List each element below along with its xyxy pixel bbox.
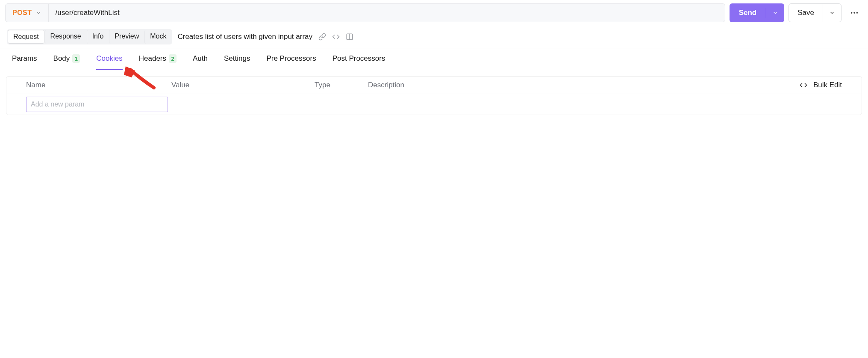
headers-count-badge: 2 <box>169 54 177 63</box>
table-row <box>6 94 862 115</box>
send-dropdown-toggle[interactable] <box>766 10 784 16</box>
tab-body[interactable]: Body 1 <box>53 54 80 70</box>
code-icon[interactable] <box>332 33 340 41</box>
tab-info[interactable]: Info <box>87 30 109 44</box>
column-value: Value <box>171 81 315 89</box>
view-mode-tabs: Request Response Info Preview Mock <box>7 29 172 44</box>
url-input[interactable] <box>49 4 725 22</box>
tab-request[interactable]: Request <box>8 30 44 44</box>
tab-post-processors[interactable]: Post Processors <box>332 54 385 70</box>
svg-point-0 <box>851 12 853 14</box>
column-description: Description <box>368 81 800 89</box>
tab-auth[interactable]: Auth <box>193 54 208 70</box>
column-type: Type <box>315 81 368 89</box>
send-button-label: Send <box>730 9 766 17</box>
request-top-bar: POST Send Save <box>0 0 868 26</box>
http-method-label: POST <box>12 9 32 17</box>
secondary-bar: Request Response Info Preview Mock Creat… <box>0 26 868 48</box>
tab-mock[interactable]: Mock <box>144 30 171 44</box>
chevron-down-icon <box>35 10 41 16</box>
body-count-badge: 1 <box>72 54 80 63</box>
code-icon[interactable] <box>800 81 807 89</box>
cookies-table: Name Value Type Description Bulk Edit <box>0 70 868 115</box>
save-button-label: Save <box>789 9 823 17</box>
svg-point-1 <box>853 12 855 14</box>
endpoint-description: Creates list of users with given input a… <box>177 33 312 41</box>
more-actions-button[interactable] <box>846 3 863 22</box>
tab-cookies[interactable]: Cookies <box>96 54 122 70</box>
column-name: Name <box>26 81 171 89</box>
tab-response[interactable]: Response <box>45 30 86 44</box>
save-dropdown-toggle[interactable] <box>823 10 841 16</box>
tab-params[interactable]: Params <box>12 54 37 70</box>
table-header-actions: Bulk Edit <box>800 81 842 89</box>
request-section-tabs: Params Body 1 Cookies Headers 2 Auth Set… <box>0 48 868 70</box>
bulk-edit-button[interactable]: Bulk Edit <box>813 81 842 89</box>
tab-body-label: Body <box>53 54 70 63</box>
tab-pre-processors[interactable]: Pre Processors <box>266 54 316 70</box>
tab-preview[interactable]: Preview <box>109 30 144 44</box>
link-icon[interactable] <box>318 33 326 41</box>
save-button[interactable]: Save <box>789 3 842 22</box>
tab-settings[interactable]: Settings <box>224 54 250 70</box>
tab-headers-label: Headers <box>139 54 166 63</box>
url-group: POST <box>5 3 725 22</box>
table-header: Name Value Type Description Bulk Edit <box>6 76 862 94</box>
panel-icon[interactable] <box>346 33 353 41</box>
tab-headers[interactable]: Headers 2 <box>139 54 177 70</box>
http-method-selector[interactable]: POST <box>6 4 49 22</box>
send-button[interactable]: Send <box>730 3 785 22</box>
svg-point-2 <box>856 12 858 14</box>
secondary-icons <box>318 33 353 41</box>
dots-horizontal-icon <box>850 8 859 18</box>
add-param-input[interactable] <box>26 97 168 112</box>
